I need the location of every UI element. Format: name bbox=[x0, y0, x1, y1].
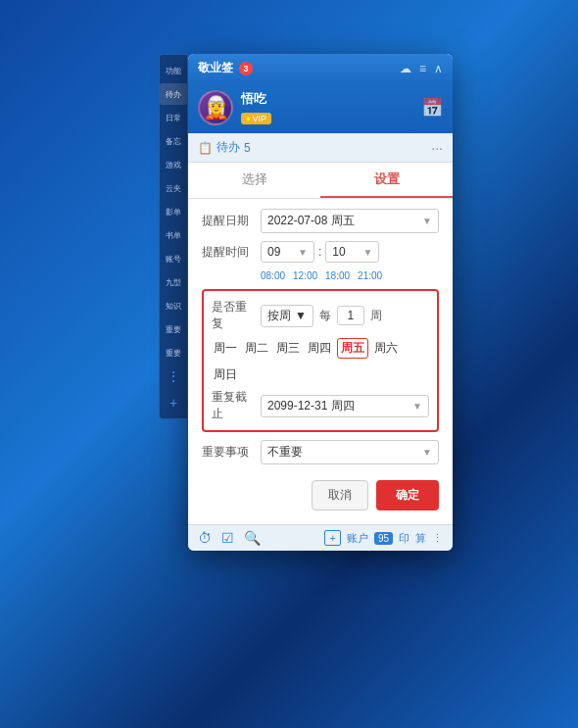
close-icon[interactable]: ∧ bbox=[434, 62, 443, 75]
side-item-cloud[interactable]: 云夹 bbox=[160, 177, 187, 199]
menu-icon[interactable]: ≡ bbox=[419, 62, 426, 75]
end-date-arrow: ▼ bbox=[412, 401, 422, 412]
preset-2100[interactable]: 21:00 bbox=[358, 270, 382, 281]
weekday-sat[interactable]: 周六 bbox=[372, 338, 400, 359]
weekday-row: 周一 周二 周三 周四 周五 周六 bbox=[212, 338, 429, 359]
repeat-type-select[interactable]: 按周 ▼ bbox=[261, 305, 313, 327]
count-badge: 95 bbox=[374, 532, 393, 545]
side-item-pending[interactable]: 待办 bbox=[160, 83, 187, 105]
preset-1200[interactable]: 12:00 bbox=[293, 270, 317, 281]
repeat-label: 是否重复 bbox=[212, 299, 255, 332]
weekday-wed[interactable]: 周三 bbox=[274, 338, 302, 359]
hour-input[interactable]: 09 ▼ bbox=[261, 241, 314, 263]
repeat-type-arrow: ▼ bbox=[295, 309, 307, 322]
user-info: 悟吃 ♦ VIP bbox=[241, 90, 421, 125]
username: 悟吃 bbox=[241, 90, 421, 108]
title-bar-right: ☁ ≡ ∧ bbox=[400, 62, 443, 75]
notification-badge: 3 bbox=[239, 62, 253, 75]
side-item-more[interactable]: ⋮ bbox=[160, 365, 187, 387]
cancel-button[interactable]: 取消 bbox=[312, 480, 368, 510]
clock-icon[interactable]: ⏱ bbox=[198, 530, 212, 546]
title-bar: 敬业签 3 ☁ ≡ ∧ bbox=[188, 54, 453, 82]
side-item-knowledge[interactable]: 知识 bbox=[160, 295, 187, 316]
more-btn[interactable]: ⋮ bbox=[432, 532, 443, 545]
pending-label: 📋 待办 5 bbox=[198, 139, 251, 156]
account-btn[interactable]: 账户 bbox=[347, 531, 368, 546]
end-date-input[interactable]: 2099-12-31 周四 ▼ bbox=[261, 395, 429, 417]
user-bar: 🧝 悟吃 ♦ VIP 📅 bbox=[188, 82, 453, 133]
desktop: 功能 待办 日常 备忘 游戏 云夹 影单 书单 账号 九型 知识 重要 重要 ⋮… bbox=[0, 0, 578, 728]
add-btn[interactable]: + bbox=[324, 530, 340, 546]
weekday-thu[interactable]: 周四 bbox=[306, 338, 333, 359]
important-label: 重要事项 bbox=[202, 444, 253, 461]
side-item-nine[interactable]: 九型 bbox=[160, 271, 187, 293]
weekday-tue[interactable]: 周二 bbox=[243, 338, 270, 359]
reminder-time-label: 提醒时间 bbox=[202, 244, 253, 261]
important-select[interactable]: 不重要 ▼ bbox=[261, 440, 439, 464]
pending-more[interactable]: ··· bbox=[431, 140, 443, 156]
tab-select[interactable]: 选择 bbox=[188, 163, 320, 198]
side-item-account[interactable]: 账号 bbox=[160, 248, 187, 269]
preset-1800[interactable]: 18:00 bbox=[325, 270, 350, 281]
end-date-row: 重复截止 2099-12-31 周四 ▼ bbox=[212, 389, 429, 422]
time-colon: : bbox=[318, 245, 321, 259]
each-label: 每 bbox=[319, 308, 331, 324]
cloud-icon[interactable]: ☁ bbox=[400, 62, 411, 75]
reminder-date-label: 提醒日期 bbox=[202, 213, 253, 229]
bottom-left-icons: ⏱ ☑ 🔍 bbox=[198, 530, 261, 546]
pending-bar: 📋 待办 5 ··· bbox=[188, 133, 453, 163]
preset-0800[interactable]: 08:00 bbox=[261, 270, 285, 281]
repeat-mode-row: 是否重复 按周 ▼ 每 1 周 bbox=[212, 299, 429, 332]
stamp-btn[interactable]: 印 bbox=[399, 531, 409, 546]
side-item-important1[interactable]: 重要 bbox=[160, 318, 187, 340]
check-icon[interactable]: ☑ bbox=[221, 530, 234, 546]
important-arrow: ▼ bbox=[422, 447, 432, 458]
reminder-date-row: 提醒日期 2022-07-08 周五 ▼ bbox=[202, 209, 439, 233]
reminder-date-input[interactable]: 2022-07-08 周五 ▼ bbox=[261, 209, 439, 233]
action-row: 取消 确定 bbox=[202, 474, 439, 514]
weekday-fri[interactable]: 周五 bbox=[337, 338, 368, 359]
side-item-daily[interactable]: 日常 bbox=[160, 107, 187, 128]
date-dropdown-arrow: ▼ bbox=[422, 216, 432, 226]
search-icon[interactable]: 🔍 bbox=[244, 530, 261, 546]
side-item-book[interactable]: 书单 bbox=[160, 224, 187, 246]
bottom-right-items: + 账户 95 印 算 ⋮ bbox=[324, 530, 443, 546]
confirm-button[interactable]: 确定 bbox=[376, 480, 439, 510]
side-item-func[interactable]: 功能 bbox=[160, 60, 187, 81]
calendar-icon[interactable]: 📅 bbox=[421, 97, 443, 119]
side-item-backup[interactable]: 备忘 bbox=[160, 130, 187, 152]
end-label: 重复截止 bbox=[212, 389, 255, 422]
tabs: 选择 设置 bbox=[188, 163, 453, 199]
app-window: 敬业签 3 ☁ ≡ ∧ 🧝 悟吃 ♦ VIP bbox=[188, 54, 453, 551]
title-bar-left: 敬业签 3 bbox=[198, 60, 253, 76]
app-title: 敬业签 bbox=[198, 60, 233, 76]
side-item-add[interactable]: + bbox=[160, 392, 187, 413]
side-panel: 功能 待办 日常 备忘 游戏 云夹 影单 书单 账号 九型 知识 重要 重要 ⋮… bbox=[159, 54, 188, 419]
user-avatar: 🧝 bbox=[198, 90, 233, 125]
time-row: 09 ▼ : 10 ▼ bbox=[261, 241, 379, 263]
vip-badge: ♦ VIP bbox=[241, 113, 271, 124]
bottom-toolbar: ⏱ ☑ 🔍 + 账户 95 印 算 ⋮ bbox=[188, 524, 453, 551]
tab-settings[interactable]: 设置 bbox=[320, 163, 453, 198]
calc-btn[interactable]: 算 bbox=[415, 531, 426, 546]
important-row: 重要事项 不重要 ▼ bbox=[202, 440, 439, 464]
side-item-game[interactable]: 游戏 bbox=[160, 154, 187, 175]
form-body: 提醒日期 2022-07-08 周五 ▼ 提醒时间 09 ▼ : 10 bbox=[188, 199, 453, 524]
repeat-num-input[interactable]: 1 bbox=[337, 306, 364, 325]
weekday-mon[interactable]: 周一 bbox=[212, 338, 239, 359]
weekday-sun[interactable]: 周日 bbox=[212, 365, 239, 383]
preset-row: 08:00 12:00 18:00 21:00 bbox=[261, 270, 439, 281]
side-item-shadow[interactable]: 影单 bbox=[160, 201, 187, 222]
side-item-important2[interactable]: 重要 bbox=[160, 342, 187, 364]
week-label: 周 bbox=[370, 308, 382, 324]
repeat-section: 是否重复 按周 ▼ 每 1 周 周一 周二 周三 周四 bbox=[202, 289, 439, 432]
minute-input[interactable]: 10 ▼ bbox=[325, 241, 379, 263]
reminder-time-row: 提醒时间 09 ▼ : 10 ▼ bbox=[202, 241, 439, 263]
